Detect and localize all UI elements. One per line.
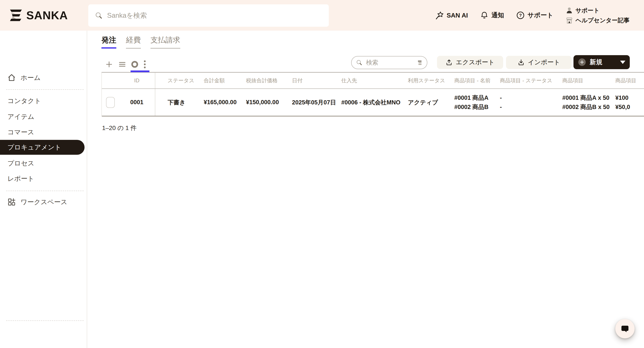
row-item-line: #0001 商品A x 50	[562, 93, 615, 102]
row-tax-excluded-total: ¥150,000.00	[246, 99, 292, 106]
sidebar-item-label: ホーム	[20, 73, 40, 82]
bell-icon	[480, 11, 488, 19]
column-header-item-status[interactable]: 商品項目 - ステータス	[500, 77, 562, 84]
table-search-input[interactable]	[366, 59, 416, 66]
pin-icon	[436, 11, 444, 19]
nav-notifications[interactable]: 通知	[480, 11, 504, 20]
column-header-total[interactable]: 合計金額	[204, 77, 246, 84]
support-menu: サポート ヘルプセンター記事	[566, 6, 630, 24]
column-header-date[interactable]: 日付	[292, 77, 341, 84]
table-row[interactable]: 0001 下書き ¥165,000.00 ¥150,000.00 2025年05…	[102, 89, 644, 116]
new-button[interactable]: 新規	[574, 55, 630, 69]
sidebar-item-items[interactable]: アイテム	[0, 111, 87, 122]
add-view-button[interactable]	[105, 59, 113, 69]
row-item-price-line: ¥50,0	[615, 102, 644, 112]
topbar-nav: SAN AI 通知 ? サポート	[436, 0, 630, 31]
column-header-tax-excluded-total[interactable]: 税抜合計価格	[246, 77, 292, 84]
column-header-item[interactable]: 商品項目	[562, 77, 615, 84]
pagination-summary: 1–20 の 1 件	[102, 124, 137, 132]
row-item-status-line: -	[500, 102, 562, 112]
sidebar-item-workspace[interactable]: ワークスペース	[0, 196, 87, 208]
help-circle-icon: ?	[516, 11, 524, 19]
column-header-supplier[interactable]: 仕入先	[341, 77, 408, 84]
sidebar-item-home[interactable]: ホーム	[0, 72, 87, 84]
logo-text: SANKA	[26, 9, 68, 22]
purchase-orders-table: ID ステータス 合計金額 税抜合計価格 日付 仕入先 利用ステータス 商品項目…	[102, 72, 644, 116]
sidebar-item-process[interactable]: プロセス	[0, 158, 87, 169]
column-header-item-name[interactable]: 商品項目 - 名前	[454, 77, 500, 84]
plus-circle-icon	[578, 58, 586, 66]
sidebar-item-label: アイテム	[8, 112, 34, 121]
row-item-line: #0002 商品B x 50	[562, 102, 615, 112]
sidebar-item-label: コマース	[8, 128, 34, 137]
row-item-price-line: ¥100	[615, 93, 644, 102]
topbar: SANKA SAN AI	[0, 0, 644, 31]
column-header-id[interactable]: ID	[119, 73, 155, 88]
sidebar-item-procurement[interactable]: プロキュアメント	[0, 140, 84, 155]
tabs: 発注 経費 支払請求	[102, 35, 180, 48]
chat-icon	[620, 324, 630, 334]
support-menu-support[interactable]: サポート	[566, 6, 630, 14]
tab-payment-requests[interactable]: 支払請求	[150, 35, 180, 48]
export-button[interactable]: エクスポート	[437, 56, 503, 69]
person-icon	[566, 7, 573, 14]
nav-notifications-label: 通知	[491, 11, 504, 20]
column-header-usage-status[interactable]: 利用ステータス	[408, 77, 454, 84]
row-items: #0001 商品A x 50 #0002 商品B x 50	[562, 93, 615, 112]
export-icon	[446, 59, 452, 66]
row-item-prices: ¥100 ¥50,0	[615, 93, 644, 112]
tab-expenses[interactable]: 経費	[126, 35, 141, 48]
row-item-statuses: - -	[500, 93, 562, 112]
nav-support[interactable]: ? サポート	[516, 11, 553, 20]
import-button[interactable]: インポート	[506, 56, 572, 69]
row-checkbox[interactable]	[106, 97, 115, 108]
logo-icon	[9, 9, 23, 22]
search-icon	[356, 59, 362, 66]
row-usage-status: アクティブ	[408, 98, 454, 106]
sidebar-item-label: レポート	[8, 174, 34, 183]
sidebar-item-reports[interactable]: レポート	[0, 173, 87, 184]
sidebar-divider	[6, 191, 84, 191]
storefront-icon	[566, 17, 573, 24]
home-icon	[8, 73, 16, 82]
nav-san-ai[interactable]: SAN AI	[436, 11, 468, 19]
sidebar-item-label: ワークスペース	[20, 198, 68, 207]
sidebar-item-label: コンタクト	[8, 96, 41, 105]
column-header-status[interactable]: ステータス	[168, 77, 204, 84]
import-label: インポート	[528, 58, 560, 67]
filter-icon[interactable]	[416, 59, 422, 66]
table-header-row: ID ステータス 合計金額 税抜合計価格 日付 仕入先 利用ステータス 商品項目…	[102, 73, 644, 89]
sidebar-divider	[6, 89, 84, 90]
global-search-input[interactable]	[107, 11, 322, 20]
table-search[interactable]	[351, 56, 427, 69]
sidebar: ホーム コンタクト アイテム コマース プロキュアメント プロセス レポート ワ…	[0, 31, 87, 348]
support-menu-help-center[interactable]: ヘルプセンター記事	[566, 16, 630, 24]
nav-san-ai-label: SAN AI	[447, 12, 468, 19]
export-label: エクスポート	[456, 58, 494, 67]
row-total: ¥165,000.00	[204, 99, 246, 106]
sidebar-divider	[6, 321, 84, 321]
row-item-name-line: #0002 商品B	[454, 102, 500, 112]
header-checkbox-spacer	[102, 73, 119, 88]
logo[interactable]: SANKA	[9, 0, 68, 31]
row-item-names: #0001 商品A #0002 商品B	[454, 93, 500, 112]
kebab-menu-icon[interactable]	[143, 59, 146, 69]
tab-purchase-orders[interactable]: 発注	[102, 35, 116, 48]
row-id: 0001	[119, 89, 155, 116]
sidebar-item-label: プロキュアメント	[8, 143, 61, 152]
sidebar-item-contacts[interactable]: コンタクト	[0, 95, 87, 106]
svg-text:?: ?	[519, 13, 522, 18]
circle-view-icon[interactable]	[130, 59, 139, 69]
chat-button[interactable]	[615, 319, 634, 338]
list-view-icon[interactable]	[118, 59, 126, 69]
active-view-indicator	[130, 70, 150, 72]
import-icon	[518, 59, 524, 66]
support-menu-support-label: サポート	[576, 6, 600, 14]
workspace-icon	[8, 198, 16, 206]
global-search[interactable]	[88, 4, 329, 27]
support-menu-help-center-label: ヘルプセンター記事	[576, 16, 630, 24]
caret-down-icon[interactable]	[620, 61, 626, 64]
column-header-item-price[interactable]: 商品項目	[615, 77, 644, 84]
row-date: 2025年05月07日	[292, 98, 341, 106]
sidebar-item-commerce[interactable]: コマース	[0, 127, 87, 138]
